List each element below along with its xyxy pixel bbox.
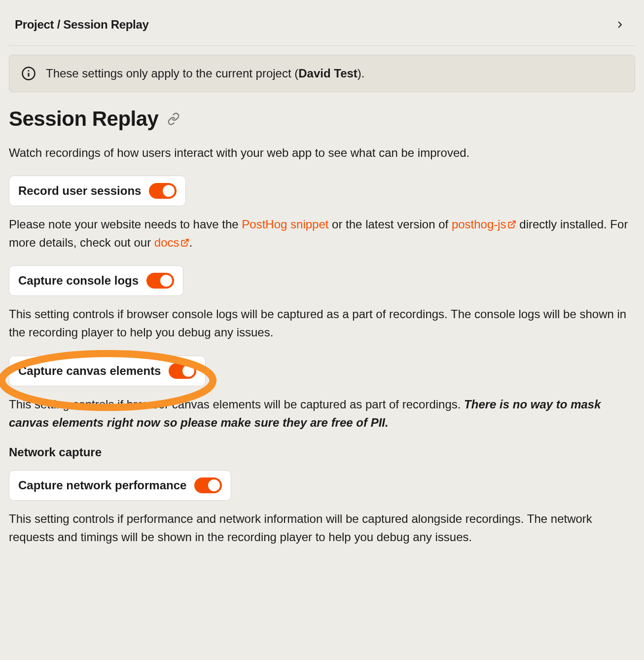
- capture-console-label: Capture console logs: [18, 274, 139, 288]
- toggle-knob: [160, 275, 172, 287]
- external-link-icon: [507, 216, 516, 224]
- chevron-right-icon[interactable]: [615, 20, 624, 29]
- capture-canvas-desc: This setting controls if browser canvas …: [9, 395, 635, 432]
- network-capture-heading: Network capture: [9, 445, 635, 459]
- toggle-knob: [208, 479, 220, 491]
- page-heading-row: Session Replay: [9, 107, 635, 131]
- capture-network-toggle[interactable]: [194, 477, 222, 493]
- capture-console-card: Capture console logs: [9, 265, 183, 296]
- record-sessions-desc: Please note your website needs to have t…: [9, 215, 635, 252]
- posthog-js-link[interactable]: posthog-js: [452, 218, 516, 231]
- toggle-knob: [163, 185, 175, 197]
- intro-text: Watch recordings of how users interact w…: [9, 145, 635, 162]
- info-suffix: ).: [358, 67, 365, 80]
- capture-canvas-label: Capture canvas elements: [18, 364, 161, 378]
- highlighted-toggle-wrap: Capture canvas elements: [9, 356, 206, 386]
- svg-line-4: [184, 239, 188, 243]
- capture-network-desc: This setting controls if performance and…: [9, 510, 635, 546]
- capture-canvas-card: Capture canvas elements: [9, 356, 206, 386]
- capture-canvas-toggle[interactable]: [169, 363, 196, 379]
- breadcrumb[interactable]: Project / Session Replay: [15, 18, 149, 32]
- external-link-icon: [180, 234, 189, 243]
- capture-console-desc: This setting controls if browser console…: [9, 305, 635, 341]
- info-banner-text: These settings only apply to the current…: [46, 67, 365, 80]
- record-desc-p4: .: [189, 236, 193, 249]
- toggle-knob: [182, 365, 194, 377]
- info-icon: [21, 66, 36, 81]
- record-desc-p2: or the latest version of: [328, 218, 451, 231]
- record-sessions-card: Record user sessions: [9, 176, 186, 206]
- record-sessions-toggle[interactable]: [149, 183, 177, 199]
- info-banner: These settings only apply to the current…: [9, 55, 635, 92]
- docs-link[interactable]: docs: [154, 236, 189, 249]
- divider: [9, 45, 635, 46]
- capture-network-label: Capture network performance: [18, 478, 186, 492]
- record-desc-p1: Please note your website needs to have t…: [9, 218, 242, 231]
- svg-point-2: [28, 70, 30, 72]
- posthog-snippet-link[interactable]: PostHog snippet: [242, 218, 328, 231]
- info-prefix: These settings only apply to the current…: [46, 67, 298, 80]
- content-area: Session Replay Watch recordings of how u…: [0, 92, 644, 566]
- canvas-desc-p1: This setting controls if browser canvas …: [9, 398, 464, 411]
- info-project-name: David Test: [298, 67, 358, 80]
- breadcrumb-row: Project / Session Replay: [0, 0, 644, 45]
- capture-network-card: Capture network performance: [9, 470, 231, 501]
- copy-link-icon[interactable]: [167, 112, 180, 125]
- svg-line-3: [511, 221, 515, 225]
- page-title: Session Replay: [9, 107, 158, 131]
- record-sessions-label: Record user sessions: [18, 184, 141, 198]
- capture-console-toggle[interactable]: [146, 273, 174, 289]
